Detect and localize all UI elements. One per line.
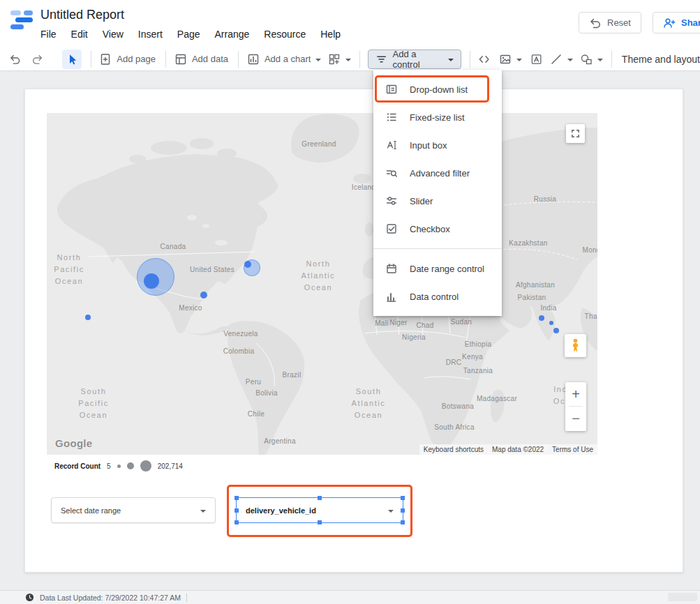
add-chart-icon [247, 53, 260, 66]
insert-line-button[interactable] [550, 53, 573, 66]
status-divider [186, 594, 187, 602]
zoom-in-button[interactable]: + [565, 382, 586, 406]
toolbar-separator [611, 51, 612, 68]
share-button[interactable]: Share [653, 12, 700, 33]
menu-item-slider[interactable]: Slider [373, 187, 502, 215]
zoom-out-button[interactable]: − [565, 407, 586, 430]
map-data-credit: Map data ©2022 [488, 444, 548, 455]
menu-item-label: Checkbox [410, 224, 450, 234]
menu-item-label: Advanced filter [410, 168, 470, 179]
google-maps-logo[interactable]: Google [55, 437, 92, 449]
chevron-down-icon [315, 59, 321, 61]
data-last-updated-text: Data Last Updated: 7/29/2022 10:47:27 AM [40, 594, 181, 602]
cursor-icon [66, 53, 78, 66]
select-tool[interactable] [62, 50, 82, 69]
input-box-icon [385, 139, 398, 151]
dropdown-control-delivery-vehicle-id[interactable]: delivery_vehicle_id [236, 497, 403, 523]
menu-item-data-control[interactable]: Data control [373, 282, 502, 310]
menu-item-checkbox[interactable]: Checkbox [373, 215, 502, 243]
menu-item-label: Date range control [410, 264, 484, 274]
keyboard-shortcuts-link[interactable]: Keyboard shortcuts [419, 444, 488, 455]
redo-icon[interactable] [31, 53, 43, 66]
selection-handle-e[interactable] [401, 508, 405, 513]
report-title[interactable]: Untitled Report [40, 8, 124, 22]
chevron-down-icon [597, 59, 603, 61]
menu-item-label: Data control [410, 292, 459, 302]
menu-item-label: Slider [410, 196, 433, 206]
data-control-icon [385, 290, 398, 303]
pegman-icon [570, 337, 581, 354]
insert-shape-button[interactable] [580, 53, 603, 66]
menu-item-dropdown-list[interactable]: Drop-down list [373, 75, 502, 103]
map-bubble [549, 321, 553, 325]
menu-item-fixed-size-list[interactable]: Fixed-size list [373, 103, 502, 131]
data-studio-logo[interactable] [10, 9, 33, 31]
add-chart-label: Add a chart [265, 54, 311, 64]
add-page-icon [99, 53, 112, 66]
filter-icon [375, 53, 387, 66]
add-page-button[interactable]: Add page [99, 53, 156, 66]
report-page[interactable]: GreenlandIcelandCanadaUnited StatesMexic… [24, 89, 683, 573]
add-data-button[interactable]: Add data [174, 53, 228, 66]
world-map-graphic [47, 113, 597, 455]
toolbar-separator [359, 51, 360, 68]
menu-help[interactable]: Help [320, 29, 341, 40]
chevron-down-icon [345, 59, 351, 61]
calendar-icon [385, 262, 398, 275]
insert-image-button[interactable] [499, 53, 522, 66]
selection-handle-n[interactable] [318, 496, 322, 500]
app-header: Untitled Report File Edit View Insert Pa… [0, 0, 700, 47]
menu-insert[interactable]: Insert [138, 29, 163, 40]
map-bubble [85, 315, 91, 320]
menu-divider [373, 248, 502, 249]
menu-resource[interactable]: Resource [264, 29, 306, 40]
date-range-control[interactable]: Select date range [51, 497, 216, 523]
embed-code-icon[interactable] [478, 53, 490, 66]
menu-item-advanced-filter[interactable]: Advanced filter [373, 159, 502, 187]
selection-handle-w[interactable] [234, 508, 239, 513]
add-page-label: Add page [117, 54, 156, 64]
menu-item-date-range-control[interactable]: Date range control [373, 255, 502, 282]
shape-icon [580, 53, 593, 66]
advanced-filter-icon [385, 167, 398, 179]
map-fullscreen-button[interactable] [566, 124, 585, 143]
dropdown-list-icon [385, 83, 398, 96]
reset-button[interactable]: Reset [579, 12, 641, 33]
line-icon [550, 53, 563, 66]
text-box-icon[interactable] [530, 53, 542, 66]
menubar: File Edit View Insert Page Arrange Resou… [40, 29, 341, 40]
theme-and-layout-button[interactable]: Theme and layout [622, 54, 700, 65]
selection-handle-nw[interactable] [234, 496, 239, 500]
status-bar: Data Last Updated: 7/29/2022 10:47:27 AM [0, 590, 700, 604]
dropdown-control-label: delivery_vehicle_id [246, 506, 316, 515]
add-chart-button[interactable]: Add a chart [247, 53, 322, 66]
add-control-button[interactable]: Add a control [368, 50, 461, 69]
menu-page[interactable]: Page [177, 29, 200, 40]
menu-view[interactable]: View [103, 29, 124, 40]
menu-edit[interactable]: Edit [71, 29, 88, 40]
map-bubble [539, 315, 544, 321]
chevron-down-icon [448, 59, 454, 61]
geo-bubble-map-chart[interactable]: GreenlandIcelandCanadaUnited StatesMexic… [47, 113, 597, 455]
toolbar: Add page Add data Add a chart Add a cont… [0, 47, 700, 71]
selection-handle-se[interactable] [401, 520, 405, 524]
menu-item-label: Drop-down list [410, 84, 468, 95]
community-visualizations-button[interactable] [328, 53, 351, 66]
selection-handle-s[interactable] [318, 520, 322, 524]
share-label: Share [681, 17, 700, 28]
slider-icon [385, 195, 398, 207]
legend-bubble-medium [127, 462, 134, 469]
selection-handle-sw[interactable] [234, 520, 239, 524]
menu-item-input-box[interactable]: Input box [373, 131, 502, 159]
toolbar-separator [470, 51, 470, 68]
menu-file[interactable]: File [40, 29, 57, 40]
terms-of-use-link[interactable]: Terms of Use [548, 444, 597, 455]
street-view-pegman-button[interactable] [565, 334, 586, 357]
fullscreen-icon [570, 128, 581, 139]
scrollbar-thumb[interactable] [668, 593, 697, 601]
undo-icon[interactable] [9, 53, 21, 66]
selection-handle-ne[interactable] [401, 496, 405, 500]
map-bubble [244, 261, 251, 268]
menu-arrange[interactable]: Arrange [215, 29, 250, 40]
chevron-down-icon [200, 510, 206, 513]
